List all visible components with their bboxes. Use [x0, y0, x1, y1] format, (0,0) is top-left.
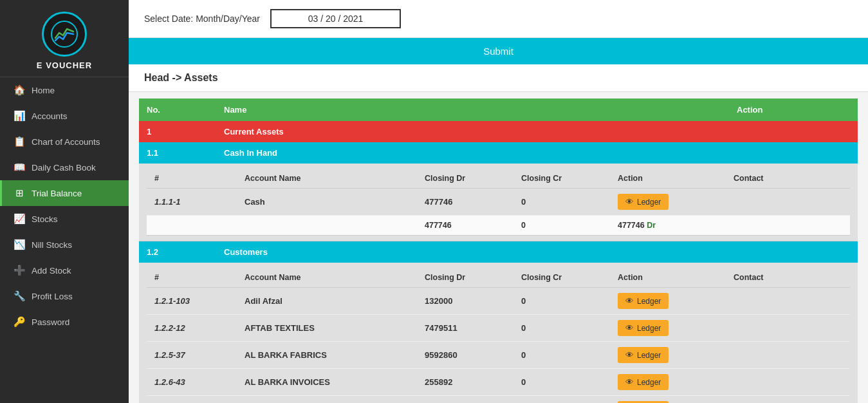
table-row: 1.2.8-16 ALI TEXTILE 61000 0 👁Ledger	[147, 396, 850, 404]
inner-col-3: Closing Cr	[513, 268, 610, 288]
sidebar-item-label: Trial Balance	[32, 189, 82, 198]
ledger-button[interactable]: 👁Ledger	[618, 194, 669, 210]
sidebar-logo: E VOUCHER	[0, 0, 129, 77]
sidebar-item-profit-loss[interactable]: 🔧 Profit Loss	[0, 283, 129, 309]
ledger-button[interactable]: 👁Ledger	[618, 320, 669, 336]
inner-col-2: Closing Dr	[417, 268, 513, 288]
row-contact	[726, 342, 850, 369]
sidebar-item-nill-stocks[interactable]: 📉 Nill Stocks	[0, 232, 129, 258]
row-name: ALI TEXTILE	[237, 396, 417, 404]
top-bar: Select Date: Month/Day/Year	[129, 0, 868, 38]
table-header-row: No. Name Action	[139, 98, 858, 121]
section-name: Current Assets	[216, 121, 858, 142]
row-contact	[726, 189, 850, 216]
inner-table: #Account NameClosing DrClosing CrActionC…	[147, 169, 850, 236]
date-input[interactable]	[270, 9, 401, 28]
row-no: 1.2.8-16	[147, 396, 237, 404]
row-action: 👁Ledger	[610, 342, 726, 369]
row-closing-cr: 0	[513, 315, 610, 342]
inner-col-4: Action	[610, 268, 726, 288]
table-row: 1.2.1-103 Adil Afzal 132000 0 👁Ledger	[147, 288, 850, 315]
sidebar-item-label: Chart of Accounts	[32, 137, 100, 147]
row-name: Cash	[237, 189, 417, 216]
row-action: 👁Ledger	[610, 288, 726, 315]
sidebar-item-label: Accounts	[32, 111, 68, 121]
sub-header-row: #Account NameClosing DrClosing CrActionC…	[139, 164, 858, 241]
row-action: 👁Ledger	[610, 396, 726, 404]
head-title: Head -> Assets	[129, 64, 868, 92]
sidebar-item-home[interactable]: 🏠 Home	[0, 77, 129, 103]
table-row: 1.2.5-37 AL BARKA FABRICS 9592860 0 👁Led…	[147, 342, 850, 369]
date-label: Select Date: Month/Day/Year	[144, 14, 260, 24]
inner-col-5: Contact	[726, 169, 850, 189]
ledger-button[interactable]: 👁Ledger	[618, 293, 669, 309]
row-closing-dr: 9592860	[417, 342, 513, 369]
sidebar-item-chart-of-accounts[interactable]: 📋 Chart of Accounts	[0, 129, 129, 155]
sidebar-item-trial-balance[interactable]: ⊞ Trial Balance	[0, 180, 129, 206]
inner-table: #Account NameClosing DrClosing CrActionC…	[147, 268, 850, 403]
subsection-name: Cash In Hand	[216, 142, 858, 164]
total-cr: 0	[513, 216, 610, 236]
table-row: 1.2.6-43 AL BARKA INVOICES 255892 0 👁Led…	[147, 369, 850, 396]
inner-col-0: #	[147, 169, 237, 189]
eye-icon: 👁	[625, 377, 634, 387]
sidebar-item-label: Profit Loss	[32, 292, 73, 301]
inner-col-3: Closing Cr	[513, 169, 610, 189]
subsection-no: 1.1	[139, 142, 216, 164]
table-body: 1 Current Assets1.1 Cash In Hand #Accoun…	[139, 121, 858, 403]
section-no: 1	[139, 121, 216, 142]
sidebar-item-add-stock[interactable]: ➕ Add Stock	[0, 258, 129, 283]
inner-col-4: Action	[610, 169, 726, 189]
inner-col-1: Account Name	[237, 169, 417, 189]
row-contact	[726, 396, 850, 404]
row-contact	[726, 288, 850, 315]
row-action: 👁Ledger	[610, 315, 726, 342]
sidebar-item-accounts[interactable]: 📊 Accounts	[0, 103, 129, 129]
table-container: No. Name Action 1 Current Assets1.1 Cash…	[129, 92, 868, 403]
row-no: 1.2.1-103	[147, 288, 237, 315]
subsection-row-blue: 1.2 Customers	[139, 241, 858, 263]
row-name: AFTAB TEXTILES	[237, 315, 417, 342]
nill-stocks-icon: 📉	[14, 239, 25, 250]
inner-header: #Account NameClosing DrClosing CrActionC…	[147, 169, 850, 189]
total-row: 477746 0 477746 Dr	[147, 216, 850, 236]
col-no: No.	[139, 98, 216, 121]
chart-of-accounts-icon: 📋	[14, 136, 25, 147]
row-name: AL BARKA FABRICS	[237, 342, 417, 369]
trial-balance-icon: ⊞	[14, 187, 25, 199]
total-dr: 477746	[417, 216, 513, 236]
row-closing-cr: 0	[513, 369, 610, 396]
sidebar-item-label: Nill Stocks	[32, 240, 72, 250]
sidebar-item-label: Daily Cash Book	[32, 163, 96, 173]
subsection-no: 1.2	[139, 241, 216, 263]
nav-items: 🏠 Home📊 Accounts📋 Chart of Accounts📖 Dai…	[0, 77, 129, 335]
inner-col-5: Contact	[726, 268, 850, 288]
row-no: 1.2.2-12	[147, 315, 237, 342]
password-icon: 🔑	[14, 316, 25, 328]
ledger-button[interactable]: 👁Ledger	[618, 347, 669, 363]
inner-header: #Account NameClosing DrClosing CrActionC…	[147, 268, 850, 288]
row-closing-cr: 0	[513, 342, 610, 369]
row-closing-dr: 132000	[417, 288, 513, 315]
table-row: 1.2.2-12 AFTAB TEXTILES 7479511 0 👁Ledge…	[147, 315, 850, 342]
eye-icon: 👁	[625, 323, 634, 333]
sidebar-item-label: Home	[32, 86, 55, 95]
sidebar-item-daily-cash-book[interactable]: 📖 Daily Cash Book	[0, 155, 129, 180]
subsection-name: Customers	[216, 241, 858, 263]
inner-col-2: Closing Dr	[417, 169, 513, 189]
col-action: Action	[729, 98, 858, 121]
row-closing-dr: 477746	[417, 189, 513, 216]
row-name: Adil Afzal	[237, 288, 417, 315]
subsection-row-blue: 1.1 Cash In Hand	[139, 142, 858, 164]
row-closing-dr: 255892	[417, 369, 513, 396]
row-no: 1.2.6-43	[147, 369, 237, 396]
ledger-button[interactable]: 👁Ledger	[618, 374, 669, 390]
submit-button[interactable]: Submit	[129, 38, 868, 64]
sidebar-item-password[interactable]: 🔑 Password	[0, 309, 129, 335]
row-contact	[726, 369, 850, 396]
sub-header-row: #Account NameClosing DrClosing CrActionC…	[139, 263, 858, 403]
row-closing-cr: 0	[513, 396, 610, 404]
sidebar-item-stocks[interactable]: 📈 Stocks	[0, 206, 129, 232]
total-balance: 477746 Dr	[610, 216, 726, 236]
add-stock-icon: ➕	[14, 265, 25, 276]
